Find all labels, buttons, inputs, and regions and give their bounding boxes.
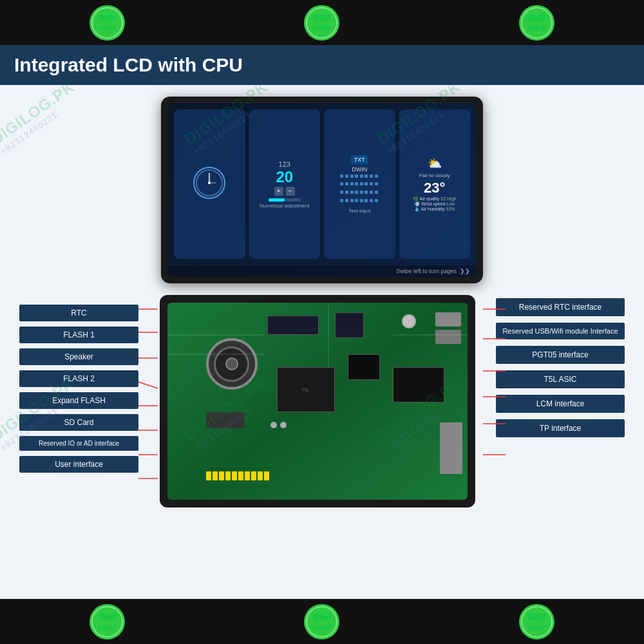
weather-widget: ⛅ Fair to cloudy 23° 🌿 Air quality 52 Hi…	[399, 109, 471, 259]
chip-top2	[335, 312, 364, 338]
temperature-display: 23°	[424, 180, 445, 196]
label-expand-flash: Expand FLASH	[19, 392, 138, 409]
label-sd-card: SD Card	[19, 414, 138, 431]
lcd-screen-inner: 123 20 + − Numerical adjustment	[167, 103, 477, 265]
page-header: Integrated LCD with CPU	[0, 45, 644, 85]
svg-point-3	[208, 182, 211, 184]
connector-1	[435, 312, 461, 327]
module-bottom	[206, 412, 245, 428]
lcd-frame: 123 20 + − Numerical adjustment	[161, 97, 483, 283]
text-label: Text input	[348, 208, 370, 214]
text-grid	[340, 175, 379, 207]
number-display: 20	[276, 169, 293, 185]
labels-left: RTC FLASH 1 Speaker FLASH 2 Expand FLASH…	[19, 295, 138, 473]
pcb-frame: T5L	[160, 295, 475, 507]
chip-right	[393, 367, 444, 402]
label-t5l-asic: T5L ASIC	[496, 370, 625, 388]
connector-2	[435, 330, 461, 344]
number-widget: 123 20 + − Numerical adjustment	[249, 109, 321, 259]
weather-icon: ⛅	[428, 156, 442, 171]
chip-top	[267, 316, 319, 335]
clock-widget	[174, 109, 245, 259]
label-reserved-usb: Reserved USB/Wifi module Interface	[496, 323, 625, 339]
label-speaker: Speaker	[19, 348, 138, 365]
pcb-container: T5L	[138, 295, 496, 514]
right-connector	[440, 422, 462, 474]
main-content: Integrated LCD with CPU DIGILOG.PK +9231…	[0, 45, 644, 599]
label-flash1: FLASH 1	[19, 327, 138, 343]
num-label: Numerical adjustment	[260, 203, 309, 209]
logo-badge-bottom-3: DIGILOG.P	[519, 604, 554, 639]
swipe-hint-text: Swipe left to turn pages	[396, 268, 457, 274]
pcb-fan	[206, 338, 258, 390]
logo-badge-3: DIGILOG.P	[519, 5, 554, 41]
cap2	[280, 422, 287, 428]
main-chip: T5L	[277, 367, 335, 412]
logo-badge-bottom-2: DIGILOG.P	[304, 604, 339, 639]
chip-mid	[348, 354, 380, 380]
weather-details: 🌿 Air quality 52 High 💨 Wind speed Low 💧…	[413, 196, 456, 212]
label-flash2: FLASH 2	[19, 370, 138, 387]
label-lcm: LCM interface	[496, 395, 625, 413]
label-reserved-io: Reserved IO or AD interface	[19, 436, 138, 451]
label-pgt05: PGT05 interface	[496, 346, 625, 364]
label-tp: TP interface	[496, 419, 625, 437]
svg-line-11	[138, 382, 158, 388]
labels-right: Reserved RTC interface Reserved USB/Wifi…	[496, 295, 625, 437]
fan-inner	[214, 346, 249, 382]
logo-badge-2: DIGILOG.P	[304, 5, 339, 41]
lcd-device: 123 20 + − Numerical adjustment	[19, 97, 625, 283]
clock-display	[193, 167, 225, 199]
page-title: Integrated LCD with CPU	[14, 54, 630, 76]
lcd-screen: 123 20 + − Numerical adjustment	[167, 103, 477, 277]
logo-badge-bottom-1: DIGILOG.P	[90, 604, 125, 639]
swipe-hint: Swipe left to turn pages ❯❯	[167, 265, 477, 277]
pcb-board: T5L	[167, 303, 468, 500]
text-widget: TXT DWIN Text input	[324, 109, 395, 259]
logo-badge-1: DIGILOG.P	[90, 5, 125, 41]
bottom-connectors	[206, 471, 269, 480]
cap1	[270, 422, 277, 428]
arrow-right-icon: ❯❯	[460, 268, 470, 274]
top-bar: DIGILOG.P DIGILOG.P DIGILOG.P	[0, 0, 644, 45]
content-wrapper: 123 20 + − Numerical adjustment	[0, 85, 644, 526]
pcb-section: RTC FLASH 1 Speaker FLASH 2 Expand FLASH…	[19, 295, 625, 514]
battery	[402, 314, 416, 328]
label-reserved-rtc: Reserved RTC interface	[496, 298, 625, 316]
fan-center	[225, 357, 238, 370]
label-rtc: RTC	[19, 305, 138, 321]
bottom-bar: DIGILOG.P DIGILOG.P DIGILOG.P	[0, 599, 644, 644]
label-user-interface: User interface	[19, 456, 138, 473]
